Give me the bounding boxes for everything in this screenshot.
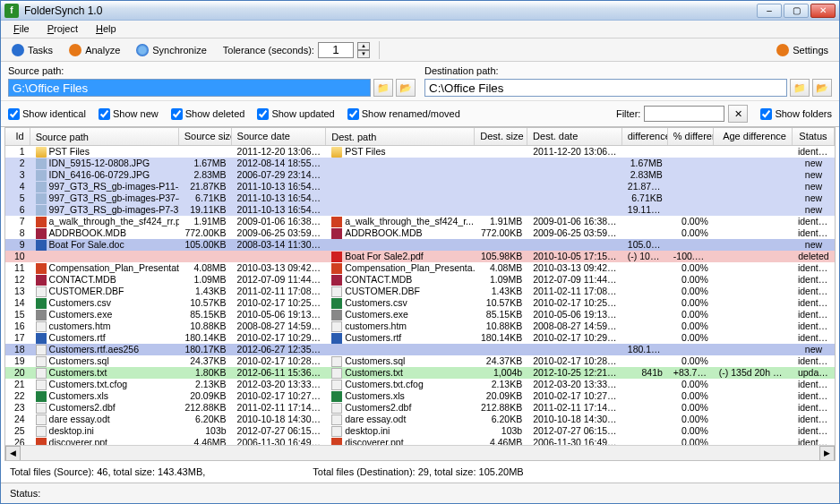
grid-body[interactable]: 1PST Files2011-12-20 13:06:18PST Files20…	[5, 146, 835, 445]
file-icon	[331, 252, 342, 262]
col-dest-size[interactable]: Dest. size	[475, 128, 527, 145]
table-row[interactable]: 21Customers.txt.cfog2.13KB2012-03-20 13:…	[5, 379, 835, 390]
col-difference[interactable]: difference	[622, 128, 668, 145]
tolerance-spin-up[interactable]: ▲	[357, 42, 370, 50]
sync-icon	[136, 44, 149, 56]
table-row[interactable]: 11Compensation_Plan_Presentation...4.08M…	[5, 262, 835, 274]
col-source-size[interactable]: Source size	[179, 128, 232, 145]
file-icon	[36, 414, 47, 425]
show-folders-checkbox[interactable]: Show folders	[760, 108, 832, 120]
table-row[interactable]: 24dare essay.odt6.20KB2010-10-18 14:30:5…	[5, 414, 835, 425]
table-row[interactable]: 5997_GT3_RS_gb-images-P37-4.jpg6.71KB201…	[5, 192, 835, 204]
table-row[interactable]: 9Boat For Sale.doc105.00KB2008-03-14 11:…	[5, 239, 835, 251]
filter-clear-button[interactable]: ✕	[728, 105, 748, 123]
table-row[interactable]: 20Customers.txt1.80KB2012-06-11 15:36:02…	[5, 367, 835, 379]
table-row[interactable]: 14Customers.csv10.57KB2010-02-17 10:25:0…	[5, 297, 835, 309]
file-icon	[331, 403, 342, 414]
table-row[interactable]: 3IDN_6416-06-0729.JPG2.83MB2006-07-29 23…	[5, 169, 835, 181]
dest-path-label: Destination path:	[424, 65, 832, 76]
table-row[interactable]: 13CUSTOMER.DBF1.43KB2011-02-11 17:08:49C…	[5, 286, 835, 297]
source-open-button[interactable]: 📂	[396, 79, 416, 97]
table-row[interactable]: 23Customers2.dbf212.88KB2011-02-11 17:14…	[5, 402, 835, 414]
scroll-right-button[interactable]: ▶	[819, 446, 835, 461]
table-row[interactable]: 26discoverer.ppt4.46MB2006-11-30 16:49:5…	[5, 437, 835, 445]
close-button[interactable]: ✕	[810, 4, 836, 18]
file-icon	[331, 356, 342, 367]
col-percent-diff[interactable]: % difference	[668, 128, 714, 145]
show-renamed-checkbox[interactable]: Show renamed/moved	[347, 108, 460, 120]
status-label: Status:	[10, 488, 40, 499]
analyze-button[interactable]: Analyze	[64, 42, 125, 58]
table-row[interactable]: 1PST Files2011-12-20 13:06:18PST Files20…	[5, 146, 835, 158]
file-icon	[331, 414, 342, 425]
table-row[interactable]: 8ADDRBOOK.MDB772.00KB2009-06-25 03:59:00…	[5, 227, 835, 239]
settings-button[interactable]: Settings	[771, 42, 834, 58]
table-row[interactable]: 12CONTACT.MDB1.09MB2012-07-09 11:44:29CO…	[5, 274, 835, 286]
synchronize-button[interactable]: Synchronize	[131, 42, 212, 58]
file-icon	[331, 147, 342, 158]
file-icon	[36, 391, 47, 402]
table-row[interactable]: 6997_GT3_RS_gb-images-P7-3.jpg19.11KB201…	[5, 204, 835, 216]
col-source-path[interactable]: Source path	[30, 128, 179, 145]
col-age-diff[interactable]: Age difference	[714, 128, 793, 145]
show-identical-checkbox[interactable]: Show identical	[8, 108, 86, 120]
table-row[interactable]: 22Customers.xls20.09KB2010-02-17 10:27:5…	[5, 390, 835, 402]
menu-help[interactable]: Help	[87, 21, 125, 38]
show-new-checkbox[interactable]: Show new	[99, 108, 159, 120]
menu-file[interactable]: File	[4, 21, 39, 38]
table-row[interactable]: 25desktop.ini103b2012-07-27 06:15:48desk…	[5, 425, 835, 437]
table-row[interactable]: 4997_GT3_RS_gb-images-P11-2.jpg21.87KB20…	[5, 181, 835, 192]
file-grid: Id Source path Source size Source date D…	[4, 127, 836, 461]
file-icon	[36, 205, 47, 216]
titlebar[interactable]: f FolderSynch 1.0 – ▢ ✕	[1, 1, 839, 21]
source-path-input[interactable]	[8, 79, 371, 97]
tolerance-spin-down[interactable]: ▼	[357, 50, 370, 58]
table-row[interactable]: 19Customers.sql24.37KB2010-02-17 10:28:1…	[5, 355, 835, 367]
tasks-button[interactable]: Tasks	[6, 42, 58, 58]
file-icon	[36, 310, 47, 320]
table-row[interactable]: 10Boat For Sale2.pdf105.98KB2010-10-05 1…	[5, 251, 835, 262]
filter-input[interactable]	[644, 106, 724, 122]
file-icon	[36, 298, 47, 309]
maximize-button[interactable]: ▢	[784, 4, 809, 18]
tolerance-label: Tolerance (seconds):	[223, 45, 314, 56]
file-icon	[36, 147, 47, 158]
minimize-button[interactable]: –	[757, 4, 782, 18]
col-dest-path[interactable]: Dest. path	[326, 128, 475, 145]
main-window: f FolderSynch 1.0 – ▢ ✕ File Project Hel…	[0, 0, 840, 504]
file-icon	[36, 426, 47, 437]
menu-bar: File Project Help	[1, 21, 839, 38]
file-icon	[36, 333, 47, 344]
dest-browse-button[interactable]: 📁	[790, 79, 810, 97]
scroll-track[interactable]	[21, 446, 819, 460]
app-icon: f	[4, 4, 19, 18]
file-icon	[36, 193, 47, 204]
table-row[interactable]: 2IDN_5915-12-0808.JPG1.67MB2012-08-14 18…	[5, 158, 835, 169]
col-id[interactable]: Id	[5, 128, 30, 145]
grid-header: Id Source path Source size Source date D…	[5, 128, 835, 146]
file-icon	[331, 286, 342, 297]
dest-path-input[interactable]	[424, 79, 787, 97]
file-icon	[36, 182, 47, 192]
show-deleted-checkbox[interactable]: Show deleted	[171, 108, 245, 120]
status-bar: Status:	[1, 483, 839, 503]
horizontal-scrollbar[interactable]: ◀ ▶	[5, 445, 835, 460]
table-row[interactable]: 7a_walk_through_the_sf424_rr.ppt1.91MB20…	[5, 216, 835, 227]
table-row[interactable]: 17Customers.rtf180.14KB2010-02-17 10:29:…	[5, 332, 835, 344]
col-dest-date[interactable]: Dest. date	[527, 128, 622, 145]
table-row[interactable]: 18Customers.rtf.aes256180.17KB2012-06-27…	[5, 344, 835, 355]
paths-panel: Source path: 📁 📂 Destination path: 📁 📂	[1, 62, 839, 101]
tolerance-input[interactable]	[318, 42, 354, 58]
scroll-left-button[interactable]: ◀	[5, 446, 21, 461]
menu-project[interactable]: Project	[39, 21, 87, 38]
file-icon	[36, 286, 47, 297]
source-browse-button[interactable]: 📁	[373, 79, 393, 97]
dest-open-button[interactable]: 📂	[812, 79, 832, 97]
file-icon	[36, 158, 47, 169]
col-status[interactable]: Status	[793, 128, 835, 145]
show-updated-checkbox[interactable]: Show updated	[257, 108, 334, 120]
col-source-date[interactable]: Source date	[232, 128, 327, 145]
table-row[interactable]: 15Customers.exe85.15KB2010-05-06 19:13:3…	[5, 309, 835, 320]
toolbar: Tasks Analyze Synchronize Tolerance (sec…	[1, 38, 839, 62]
table-row[interactable]: 16customers.htm10.88KB2008-08-27 14:59:2…	[5, 320, 835, 332]
